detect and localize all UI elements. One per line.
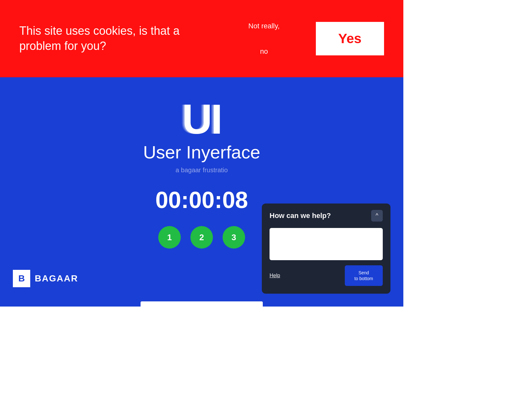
step-3-button[interactable]: 3 bbox=[223, 226, 245, 249]
step-2-button[interactable]: 2 bbox=[190, 226, 213, 249]
main-section: UI UI UI User Inyerface a bagaar frustra… bbox=[0, 77, 403, 307]
bagaar-icon: B bbox=[13, 270, 30, 287]
step-1-button[interactable]: 1 bbox=[158, 226, 181, 249]
cookie-no-option: Not really, no bbox=[248, 20, 280, 58]
help-collapse-button[interactable]: ^ bbox=[371, 210, 383, 222]
steps-container: 1 2 3 bbox=[158, 226, 245, 249]
help-link-button[interactable]: Help bbox=[270, 273, 280, 279]
help-widget-title: How can we help? bbox=[270, 212, 331, 220]
cookie-banner: This site uses cookies, is that a proble… bbox=[0, 0, 403, 77]
logo-main: UI bbox=[182, 95, 221, 143]
bottom-bar-hint bbox=[141, 301, 263, 307]
send-button[interactable]: Send to bottom bbox=[345, 265, 383, 286]
help-input[interactable] bbox=[270, 228, 383, 260]
bagaar-logo: B BAGAAR bbox=[13, 270, 78, 287]
help-widget-header: How can we help? ^ bbox=[262, 204, 390, 228]
site-subtitle: a bagaar frustratio bbox=[176, 166, 228, 174]
help-widget: How can we help? ^ Help Send to bottom bbox=[262, 204, 390, 294]
cookie-no-text: Not really, no bbox=[248, 20, 280, 58]
cookie-yes-button[interactable]: Yes bbox=[316, 22, 384, 55]
bagaar-name: BAGAAR bbox=[35, 273, 78, 284]
site-title: User Inyerface bbox=[143, 142, 260, 163]
site-logo: UI UI UI bbox=[166, 97, 237, 142]
cookie-message: This site uses cookies, is that a proble… bbox=[19, 24, 212, 54]
help-widget-footer: Help Send to bottom bbox=[262, 265, 390, 294]
timer-display: 00:00:08 bbox=[155, 187, 248, 213]
